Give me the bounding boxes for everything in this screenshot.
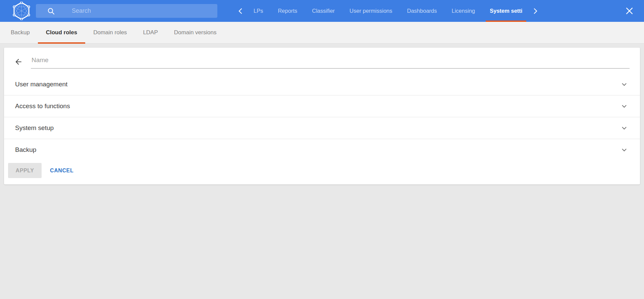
section-label: System setup (15, 124, 54, 132)
role-editor-card: User management Access to functions Syst… (4, 48, 640, 184)
accordion-system-setup[interactable]: System setup (4, 117, 640, 139)
search-input[interactable] (55, 4, 217, 18)
nav-tab-label: User permissions (350, 8, 392, 14)
chevron-down-icon (621, 124, 628, 132)
accordion-backup[interactable]: Backup (4, 139, 640, 161)
role-name-input[interactable] (31, 55, 630, 69)
active-tab-underline (486, 20, 526, 22)
app-logo-icon[interactable] (11, 2, 32, 20)
nav-tab-label: LPs (254, 8, 263, 14)
tab-label: Backup (11, 29, 30, 36)
chevron-down-icon (621, 81, 628, 88)
tab-domain-roles[interactable]: Domain roles (85, 22, 135, 43)
accordion-access-to-functions[interactable]: Access to functions (4, 95, 640, 117)
nav-scroll-left-icon[interactable] (235, 0, 246, 22)
cancel-button[interactable]: CANCEL (50, 168, 73, 174)
nav-tab-reports[interactable]: Reports (270, 0, 305, 22)
nav-tab-label: System setti (490, 8, 522, 14)
settings-tab-bar: Backup Cloud roles Domain roles LDAP Dom… (0, 22, 644, 44)
nav-tab-label: Classifier (312, 8, 335, 14)
nav-tab-label: Reports (278, 8, 297, 14)
chevron-down-icon (621, 102, 628, 110)
tab-label: Domain versions (174, 29, 217, 36)
section-label: User management (15, 81, 67, 88)
tab-label: Domain roles (93, 29, 127, 36)
nav-tab-label: Dashboards (407, 8, 437, 14)
tab-cloud-roles[interactable]: Cloud roles (38, 22, 86, 43)
tab-label: LDAP (143, 29, 158, 36)
active-tab-underline (38, 42, 86, 44)
nav-tab-dashboards[interactable]: Dashboards (400, 0, 444, 22)
nav-tab-classifier[interactable]: Classifier (305, 0, 342, 22)
close-icon[interactable] (625, 7, 634, 15)
accordion-user-management[interactable]: User management (4, 73, 640, 95)
back-arrow-icon[interactable] (14, 57, 23, 66)
chevron-down-icon (621, 146, 628, 154)
top-navigation: LPs Reports Classifier User permissions … (235, 0, 541, 22)
tab-domain-versions[interactable]: Domain versions (166, 22, 225, 43)
app-top-bar: LPs Reports Classifier User permissions … (0, 0, 644, 22)
section-label: Access to functions (15, 102, 70, 110)
nav-tab-user-permissions[interactable]: User permissions (342, 0, 399, 22)
role-name-row (4, 48, 640, 73)
apply-button[interactable]: APPLY (8, 163, 42, 178)
search-bar[interactable] (36, 4, 217, 18)
section-label: Backup (15, 146, 36, 154)
tab-backup[interactable]: Backup (3, 22, 38, 43)
nav-tab-system-settings[interactable]: System setti (482, 0, 530, 22)
tab-label: Cloud roles (46, 29, 77, 36)
nav-tab-licensing[interactable]: Licensing (444, 0, 483, 22)
nav-tab-lps[interactable]: LPs (246, 0, 270, 22)
form-actions: APPLY CANCEL (4, 163, 640, 178)
nav-scroll-right-icon[interactable] (530, 0, 541, 22)
search-icon (47, 7, 55, 15)
tab-ldap[interactable]: LDAP (135, 22, 166, 43)
nav-tab-label: Licensing (452, 8, 475, 14)
